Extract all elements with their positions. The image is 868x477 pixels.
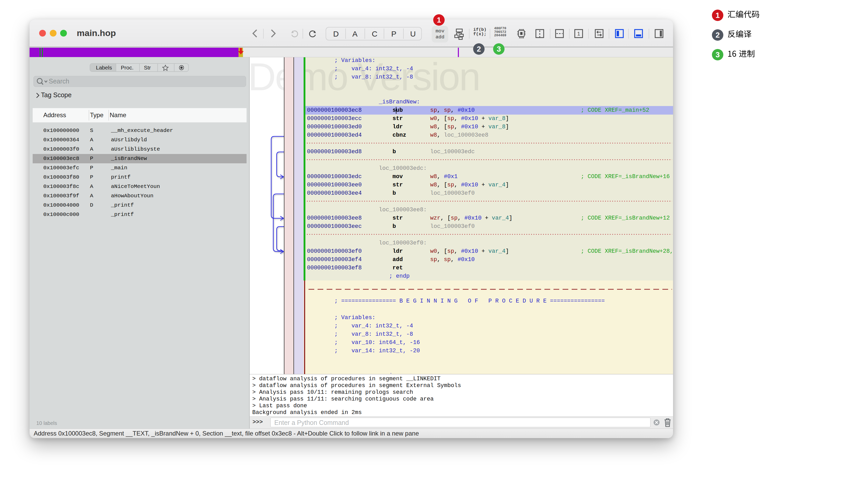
- svg-text:1: 1: [577, 31, 580, 37]
